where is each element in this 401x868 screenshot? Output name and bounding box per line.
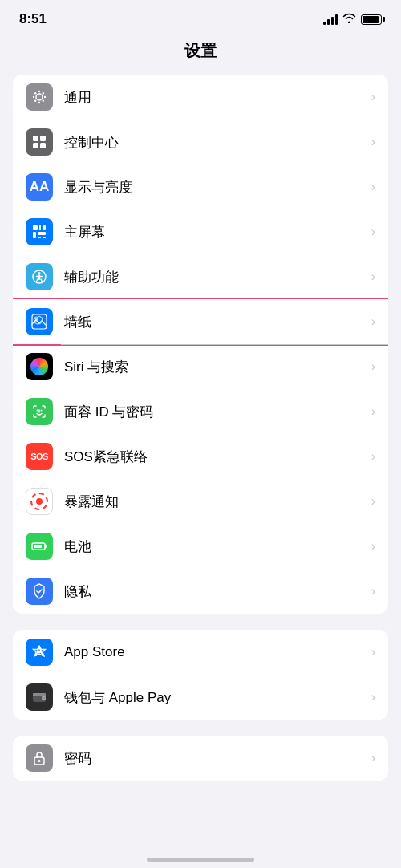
- status-bar: 8:51: [0, 0, 401, 34]
- home-screen-icon: [26, 218, 53, 245]
- svg-point-7: [43, 92, 44, 94]
- svg-rect-15: [43, 225, 46, 230]
- settings-item-accessibility[interactable]: 辅助功能 ›: [13, 254, 388, 299]
- signal-icon: [323, 14, 338, 25]
- status-time: 8:51: [19, 11, 47, 27]
- faceid-icon: [26, 398, 53, 425]
- privacy-label: 隐私: [64, 582, 371, 601]
- settings-item-home-screen[interactable]: 主屏幕 ›: [13, 209, 388, 254]
- sos-label: SOS紧急联络: [64, 448, 371, 466]
- control-center-chevron: ›: [371, 135, 375, 149]
- settings-item-battery[interactable]: 电池 ›: [13, 524, 388, 569]
- svg-rect-17: [38, 232, 46, 235]
- siri-icon: [26, 353, 53, 380]
- svg-point-28: [37, 410, 38, 412]
- settings-item-general[interactable]: 通用 ›: [13, 75, 388, 120]
- privacy-chevron: ›: [371, 584, 375, 598]
- battery-icon: [361, 14, 382, 25]
- battery-settings-icon: [26, 533, 53, 560]
- settings-item-siri[interactable]: Siri 与搜索 ›: [13, 344, 388, 389]
- settings-item-sos[interactable]: SOS SOS紧急联络 ›: [13, 434, 388, 479]
- svg-rect-18: [38, 237, 41, 238]
- home-screen-label: 主屏幕: [64, 223, 371, 241]
- settings-item-wallet[interactable]: 钱包与 Apple Pay ›: [13, 675, 388, 720]
- battery-chevron: ›: [371, 539, 375, 554]
- general-label: 通用: [64, 88, 371, 107]
- display-label: 显示与亮度: [64, 178, 371, 197]
- battery-label: 电池: [64, 537, 371, 556]
- svg-rect-10: [40, 136, 46, 141]
- privacy-icon: [26, 578, 53, 605]
- page-title: 设置: [0, 34, 401, 75]
- svg-point-3: [33, 96, 34, 98]
- settings-section-2: App Store › 钱包与 Apple Pay ›: [13, 630, 388, 720]
- passwords-icon: [26, 744, 53, 772]
- settings-item-appstore[interactable]: App Store ›: [13, 630, 388, 675]
- siri-chevron: ›: [371, 359, 375, 374]
- settings-item-passwords[interactable]: 密码 ›: [13, 736, 388, 781]
- faceid-label: 面容 ID 与密码: [64, 403, 371, 421]
- home-bar-line: [147, 858, 254, 862]
- display-chevron: ›: [371, 180, 375, 194]
- wallet-icon: [26, 683, 53, 711]
- wifi-icon: [342, 13, 356, 26]
- sos-icon: SOS: [26, 443, 53, 470]
- svg-line-24: [37, 279, 38, 282]
- settings-section-3: 密码 ›: [13, 736, 388, 781]
- svg-point-2: [38, 102, 40, 103]
- settings-item-display[interactable]: AA 显示与亮度 ›: [13, 164, 388, 209]
- svg-rect-9: [33, 136, 38, 141]
- svg-point-5: [34, 92, 36, 94]
- settings-item-privacy[interactable]: 隐私 ›: [13, 569, 388, 614]
- svg-point-37: [44, 697, 46, 699]
- wallet-label: 钱包与 Apple Pay: [64, 688, 371, 707]
- accessibility-chevron: ›: [371, 270, 375, 284]
- appstore-label: App Store: [64, 644, 371, 660]
- wallpaper-chevron: ›: [371, 314, 375, 329]
- svg-point-21: [38, 272, 41, 274]
- wallpaper-icon: [26, 308, 53, 335]
- svg-point-39: [38, 760, 41, 762]
- status-icons: [323, 13, 382, 26]
- passwords-label: 密码: [64, 749, 371, 768]
- svg-rect-16: [33, 232, 36, 238]
- svg-point-6: [43, 100, 44, 102]
- control-center-label: 控制中心: [64, 133, 371, 152]
- home-screen-chevron: ›: [371, 225, 375, 239]
- settings-item-wallpaper[interactable]: 墙纸 ›: [13, 299, 388, 344]
- svg-rect-14: [39, 225, 41, 230]
- exposure-icon: [26, 488, 53, 515]
- settings-item-faceid[interactable]: 面容 ID 与密码 ›: [13, 389, 388, 434]
- svg-point-0: [36, 94, 43, 100]
- svg-rect-34: [33, 693, 46, 696]
- siri-label: Siri 与搜索: [64, 358, 371, 376]
- faceid-chevron: ›: [371, 404, 375, 419]
- svg-point-8: [34, 100, 36, 102]
- passwords-chevron: ›: [371, 751, 375, 765]
- wallpaper-label: 墙纸: [64, 313, 371, 331]
- appstore-chevron: ›: [371, 645, 375, 659]
- settings-item-exposure[interactable]: 暴露通知 ›: [13, 479, 388, 524]
- svg-point-1: [38, 91, 40, 92]
- exposure-label: 暴露通知: [64, 493, 371, 511]
- svg-point-36: [43, 697, 44, 699]
- accessibility-icon: [26, 263, 53, 290]
- svg-point-4: [44, 96, 46, 98]
- control-center-icon: [26, 128, 53, 156]
- svg-rect-32: [34, 545, 42, 548]
- exposure-chevron: ›: [371, 494, 375, 509]
- wallet-chevron: ›: [371, 690, 375, 704]
- settings-item-control-center[interactable]: 控制中心 ›: [13, 120, 388, 164]
- home-bar: [0, 845, 401, 868]
- appstore-icon: [26, 639, 53, 666]
- accessibility-label: 辅助功能: [64, 268, 371, 286]
- svg-rect-13: [33, 225, 38, 230]
- svg-rect-11: [33, 143, 38, 148]
- settings-section-1: 通用 › 控制中心 › AA 显示与亮度 ›: [13, 75, 388, 614]
- svg-line-25: [41, 279, 43, 282]
- general-icon: [26, 83, 53, 111]
- svg-rect-12: [40, 143, 46, 148]
- general-chevron: ›: [371, 90, 375, 104]
- svg-rect-19: [43, 237, 46, 238]
- display-icon: AA: [26, 173, 53, 201]
